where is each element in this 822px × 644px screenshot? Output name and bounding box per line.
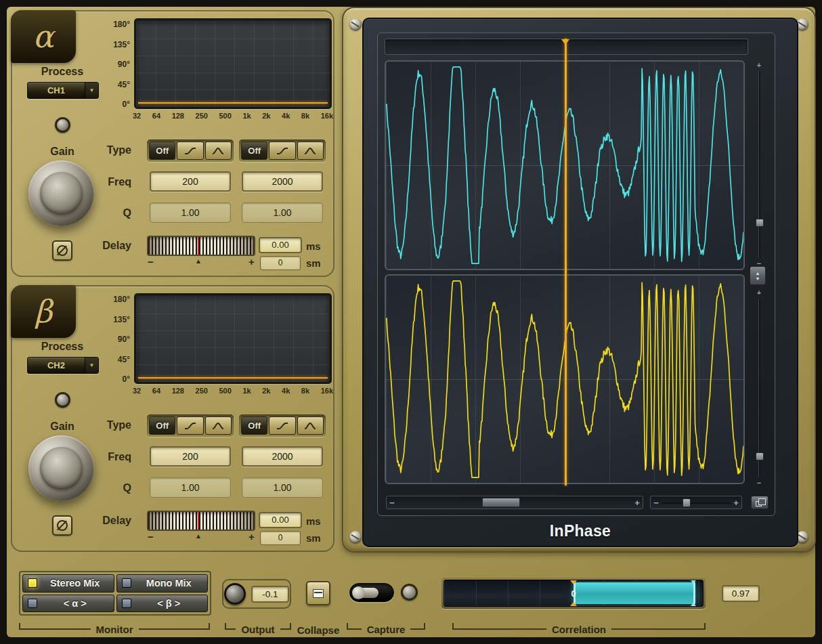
- display-content: + − ▲ ▼ + − −: [377, 33, 775, 516]
- filter1-shelf-button[interactable]: [177, 142, 203, 160]
- collapse-button[interactable]: [306, 581, 330, 605]
- filter1-off-button[interactable]: Off: [149, 142, 175, 160]
- phase-graph-y-axis: 180° 135° 90° 45° 0°: [96, 295, 130, 384]
- filter1-q-field[interactable]: 1.00: [150, 477, 231, 498]
- process-value: CH1: [28, 83, 85, 98]
- filter2-shelf-button[interactable]: [269, 142, 295, 160]
- zoom-slider-track[interactable]: [662, 496, 731, 509]
- zoom-slider-alpha[interactable]: + −: [754, 62, 764, 267]
- x-tick: 4k: [282, 387, 290, 395]
- zoom-slider-handle[interactable]: [756, 452, 764, 460]
- screw-icon: [349, 531, 362, 543]
- delay-ms-field[interactable]: 0.00: [259, 237, 302, 253]
- x-tick: 250: [196, 387, 208, 395]
- filter1-freq-field[interactable]: 200: [150, 171, 231, 192]
- pane-split-spinner[interactable]: ▲ ▼: [750, 266, 766, 285]
- capture-switch[interactable]: [349, 583, 394, 602]
- zoom-in-label[interactable]: +: [731, 498, 741, 507]
- delay-slider-marker: [198, 237, 199, 255]
- gain-knob-cap: [40, 447, 82, 489]
- horizontal-zoom-slider[interactable]: − +: [650, 496, 742, 509]
- filter1-off-button[interactable]: Off: [149, 416, 175, 435]
- filter2-off-button[interactable]: Off: [241, 142, 267, 160]
- delay-pointer-icon: ▲: [195, 257, 202, 265]
- sm-unit-label: sm: [306, 257, 321, 269]
- type-label: Type: [80, 144, 131, 156]
- scroll-right-label[interactable]: +: [632, 498, 643, 507]
- filter1-bell-button[interactable]: [205, 416, 232, 435]
- monitor-alpha-button[interactable]: < α >: [22, 595, 114, 613]
- scrollbar-handle[interactable]: [482, 498, 520, 507]
- phase-invert-button[interactable]: [52, 240, 72, 261]
- monitor-beta-button[interactable]: < β >: [116, 595, 209, 613]
- time-cursor[interactable]: [565, 39, 567, 486]
- zoom-slider-beta[interactable]: + −: [754, 289, 764, 487]
- delay-slider[interactable]: [147, 511, 255, 531]
- process-select[interactable]: CH2 ▼: [27, 357, 99, 374]
- monitor-group: Stereo Mix Mono Mix < α > < β >: [19, 571, 211, 616]
- process-label: Process: [22, 341, 103, 353]
- scrollbar-track[interactable]: [397, 496, 632, 509]
- filter2-shelf-button[interactable]: [269, 416, 295, 435]
- filter1-q-field[interactable]: 1.00: [150, 202, 231, 223]
- monitor-beta-led: [122, 599, 131, 608]
- x-tick: 1k: [242, 387, 251, 395]
- correlation-meter-scale: 0: [444, 580, 704, 607]
- filter1-bell-button[interactable]: [205, 142, 232, 160]
- monitor-alpha-led: [28, 599, 37, 608]
- delay-slider[interactable]: [147, 236, 255, 256]
- filter2-type-group: Off: [239, 139, 326, 162]
- monitor-label: Monitor: [96, 624, 133, 635]
- filter2-freq-field[interactable]: 2000: [242, 446, 323, 467]
- filter2-off-button[interactable]: Off: [241, 416, 267, 435]
- view-mode-button[interactable]: [751, 496, 769, 509]
- filter1-shelf-button[interactable]: [177, 416, 203, 435]
- y-tick: 0°: [123, 100, 130, 109]
- filter2-q-field[interactable]: 1.00: [242, 202, 323, 223]
- delay-ms-field[interactable]: 0.00: [259, 512, 302, 528]
- zoom-slider-track[interactable]: [758, 71, 760, 258]
- output-knob[interactable]: [224, 583, 246, 605]
- x-tick: 128: [172, 112, 184, 120]
- delay-samples-field[interactable]: 0: [260, 256, 301, 270]
- output-value-field[interactable]: -0.1: [251, 586, 289, 603]
- zoom-out-label[interactable]: −: [757, 479, 761, 487]
- zoom-slider-track[interactable]: [758, 299, 760, 477]
- delay-slider-marker: [198, 512, 199, 530]
- correlation-end-marker-bottom: [691, 603, 696, 606]
- filter2-type-group: Off: [239, 414, 326, 437]
- delay-minus-label: −: [148, 256, 154, 267]
- zoom-out-label[interactable]: −: [651, 498, 662, 507]
- zoom-slider-handle[interactable]: [683, 498, 691, 507]
- filter1-freq-field[interactable]: 200: [150, 446, 231, 467]
- mono-mix-button[interactable]: Mono Mix: [116, 574, 209, 593]
- plugin-window: α Process CH1 ▼ Gain 180° 135° 90° 45° 0…: [0, 0, 822, 644]
- filter2-q-field[interactable]: 1.00: [242, 477, 323, 498]
- filter2-freq-field[interactable]: 2000: [242, 171, 323, 192]
- y-tick: 45°: [118, 355, 130, 364]
- zoom-in-label[interactable]: +: [757, 62, 761, 69]
- horizontal-scrollbar[interactable]: − +: [386, 496, 643, 509]
- gain-led: [55, 117, 70, 133]
- stereo-mix-button[interactable]: Stereo Mix: [22, 574, 114, 593]
- display-bezel: + − ▲ ▼ + − −: [362, 18, 798, 547]
- delay-pointer-icon: ▲: [195, 532, 202, 540]
- phase-graph: [134, 293, 332, 384]
- correlation-center-marker-bottom: [570, 602, 577, 606]
- filter2-bell-button[interactable]: [297, 142, 324, 160]
- freq-label: Freq: [80, 176, 131, 188]
- zoom-in-label[interactable]: +: [757, 289, 761, 297]
- output-group: -0.1: [222, 579, 291, 609]
- process-select[interactable]: CH1 ▼: [27, 82, 99, 99]
- phase-invert-button[interactable]: [52, 515, 72, 536]
- phase-curve: [138, 102, 328, 104]
- delay-samples-field[interactable]: 0: [260, 531, 301, 545]
- shelf-curve-icon: [183, 146, 197, 156]
- scroll-left-label[interactable]: −: [387, 498, 397, 507]
- stereo-mix-label: Stereo Mix: [41, 578, 109, 588]
- zoom-slider-handle[interactable]: [756, 219, 764, 227]
- monitor-alpha-label: < α >: [41, 598, 109, 609]
- phase-graph: [134, 18, 332, 109]
- filter2-bell-button[interactable]: [297, 416, 324, 435]
- gain-knob-cap: [40, 172, 82, 214]
